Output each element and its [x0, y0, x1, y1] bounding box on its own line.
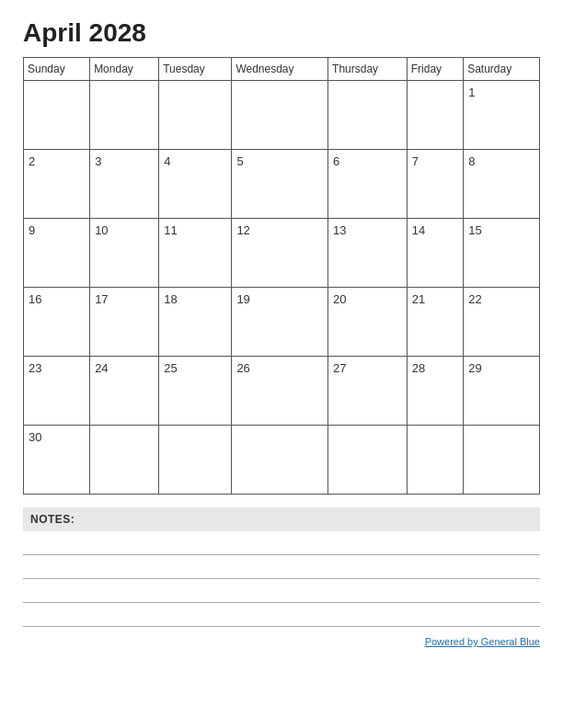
day-number: 26 [236, 361, 249, 375]
weekday-header-row: SundayMondayTuesdayWednesdayThursdayFrid… [24, 58, 540, 81]
day-number: 15 [468, 223, 481, 237]
calendar-day-cell [232, 81, 328, 150]
calendar-day-cell: 1 [464, 81, 540, 150]
calendar-day-cell: 5 [232, 150, 328, 219]
calendar-day-cell [407, 426, 463, 495]
calendar-day-cell: 22 [464, 288, 540, 357]
calendar-week-row: 30 [24, 426, 540, 495]
day-number: 6 [333, 154, 339, 168]
calendar-day-cell: 16 [24, 288, 90, 357]
day-number: 7 [412, 154, 419, 168]
weekday-header-thursday: Thursday [328, 58, 408, 81]
calendar-day-cell: 18 [159, 288, 232, 357]
calendar-day-cell: 19 [232, 288, 328, 357]
calendar-day-cell: 6 [328, 150, 408, 219]
calendar-day-cell: 23 [24, 357, 90, 426]
calendar-day-cell: 14 [407, 219, 463, 288]
notes-line [23, 603, 540, 627]
weekday-header-monday: Monday [90, 58, 159, 81]
powered-by-link[interactable]: Powered by General Blue [425, 636, 540, 647]
calendar-day-cell [328, 81, 408, 150]
day-number: 4 [164, 154, 170, 168]
notes-line [23, 579, 540, 603]
page-title: April 2028 [23, 18, 540, 48]
calendar-day-cell [90, 81, 159, 150]
calendar-day-cell: 30 [24, 426, 90, 495]
day-number: 22 [468, 292, 481, 306]
day-number: 17 [95, 292, 108, 306]
day-number: 13 [333, 223, 346, 237]
day-number: 20 [333, 292, 346, 306]
weekday-header-tuesday: Tuesday [159, 58, 232, 81]
day-number: 12 [236, 223, 249, 237]
weekday-header-friday: Friday [407, 58, 463, 81]
weekday-header-sunday: Sunday [24, 58, 90, 81]
calendar-day-cell: 21 [407, 288, 463, 357]
calendar-day-cell [159, 426, 232, 495]
calendar-day-cell: 11 [159, 219, 232, 288]
calendar-day-cell: 12 [232, 219, 328, 288]
calendar-day-cell: 28 [407, 357, 463, 426]
calendar-day-cell [407, 81, 463, 150]
calendar-day-cell: 3 [90, 150, 159, 219]
day-number: 14 [412, 223, 425, 237]
calendar-day-cell: 10 [90, 219, 159, 288]
day-number: 16 [29, 292, 41, 306]
day-number: 9 [29, 223, 35, 237]
calendar-table: SundayMondayTuesdayWednesdayThursdayFrid… [23, 57, 540, 495]
day-number: 25 [164, 361, 177, 375]
day-number: 28 [412, 361, 425, 375]
weekday-header-wednesday: Wednesday [232, 58, 328, 81]
calendar-week-row: 2345678 [24, 150, 540, 219]
day-number: 23 [29, 361, 41, 375]
calendar-week-row: 9101112131415 [24, 219, 540, 288]
calendar-day-cell: 26 [232, 357, 328, 426]
day-number: 8 [468, 154, 475, 168]
day-number: 11 [164, 223, 177, 237]
notes-line [23, 555, 540, 579]
day-number: 2 [29, 154, 35, 168]
day-number: 29 [468, 361, 481, 375]
calendar-week-row: 23242526272829 [24, 357, 540, 426]
calendar-day-cell [90, 426, 159, 495]
calendar-day-cell [328, 426, 408, 495]
calendar-day-cell [232, 426, 328, 495]
calendar-day-cell [24, 81, 90, 150]
weekday-header-saturday: Saturday [464, 58, 540, 81]
calendar-week-row: 16171819202122 [24, 288, 540, 357]
calendar-day-cell: 24 [90, 357, 159, 426]
day-number: 10 [95, 223, 108, 237]
day-number: 18 [164, 292, 177, 306]
day-number: 21 [412, 292, 425, 306]
day-number: 24 [95, 361, 108, 375]
powered-by: Powered by General Blue [23, 636, 540, 647]
calendar-day-cell: 13 [328, 219, 408, 288]
notes-label: NOTES: [23, 507, 540, 531]
day-number: 27 [333, 361, 346, 375]
calendar-day-cell: 17 [90, 288, 159, 357]
calendar-day-cell: 4 [159, 150, 232, 219]
notes-line [23, 531, 540, 555]
calendar-day-cell [159, 81, 232, 150]
calendar-day-cell: 2 [24, 150, 90, 219]
day-number: 5 [236, 154, 243, 168]
calendar-day-cell: 7 [407, 150, 463, 219]
calendar-week-row: 1 [24, 81, 540, 150]
calendar-day-cell: 25 [159, 357, 232, 426]
calendar-day-cell: 9 [24, 219, 90, 288]
calendar-day-cell: 29 [464, 357, 540, 426]
calendar-day-cell: 27 [328, 357, 408, 426]
calendar-day-cell: 20 [328, 288, 408, 357]
day-number: 3 [95, 154, 101, 168]
day-number: 1 [468, 85, 475, 99]
calendar-day-cell: 15 [464, 219, 540, 288]
calendar-day-cell [464, 426, 540, 495]
day-number: 19 [236, 292, 249, 306]
calendar-day-cell: 8 [464, 150, 540, 219]
day-number: 30 [29, 430, 41, 444]
notes-section: NOTES: [23, 507, 540, 627]
